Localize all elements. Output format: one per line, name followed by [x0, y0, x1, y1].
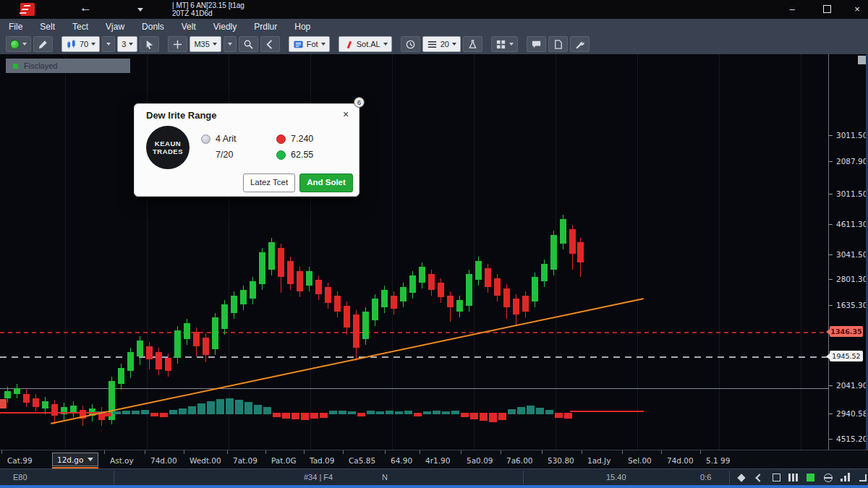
candle-body — [4, 391, 11, 398]
primary-button[interactable]: And Solet — [299, 174, 353, 192]
candle-body — [550, 235, 557, 270]
plus-icon — [172, 39, 183, 50]
close-button[interactable]: × — [846, 3, 868, 16]
candle-body — [287, 261, 294, 284]
zoom-combo-button[interactable]: 3 — [117, 36, 137, 52]
chevron-left-icon[interactable] — [754, 473, 764, 483]
price-tick — [829, 254, 833, 255]
chevron-down-icon — [106, 43, 111, 46]
wrench-icon — [574, 39, 585, 50]
time-label[interactable]: 7at.09 — [233, 456, 258, 465]
globe-icon[interactable] — [823, 473, 833, 483]
candle-body — [428, 274, 435, 290]
price-tick — [829, 135, 833, 136]
cursor-tool-button[interactable] — [140, 36, 159, 52]
timeframe-caret-button[interactable] — [224, 36, 237, 52]
candle-body — [344, 306, 350, 328]
chart-type-caret-button[interactable] — [102, 36, 115, 52]
time-label[interactable]: 74d.00 — [667, 456, 694, 465]
square-icon[interactable] — [771, 473, 781, 483]
time-label[interactable]: 5.1 99 — [706, 456, 730, 465]
time-label[interactable]: Wedt.00 — [190, 456, 221, 465]
time-label[interactable]: 74d.00 — [150, 456, 177, 465]
candle-body — [475, 261, 482, 280]
radio-button[interactable] — [201, 134, 210, 144]
price-tick-label: 4611.30 — [836, 220, 867, 228]
menu-item-file[interactable]: File — [0, 22, 31, 32]
time-label[interactable]: 530.80 — [548, 456, 574, 465]
menu-item-selt[interactable]: Selt — [31, 22, 64, 32]
menu-item-velt[interactable]: Velt — [173, 22, 205, 32]
list-icon — [293, 39, 304, 50]
news-tool-button[interactable] — [548, 36, 568, 52]
chevron-down-icon[interactable] — [137, 8, 143, 12]
timeframe-selected-label: 12d.go — [57, 455, 83, 464]
timeframe-selector[interactable]: 12d.go — [52, 453, 98, 466]
time-label[interactable]: Tad.09 — [310, 456, 334, 465]
chat-tool-button[interactable] — [527, 36, 546, 52]
chevron-down-icon — [321, 43, 326, 46]
magnifier-tool-button[interactable] — [239, 36, 258, 52]
price-tick-label: 1635.30 — [836, 301, 867, 309]
grid-icon — [495, 39, 506, 50]
time-label[interactable]: 1ad.Jy — [587, 456, 610, 465]
draw-combo-button[interactable]: Sot.AL — [339, 36, 392, 52]
lines-combo-button[interactable]: 20 — [422, 36, 461, 52]
corner-icon[interactable] — [858, 473, 868, 483]
time-label[interactable]: Cat.99 — [7, 456, 33, 465]
dialog-badge: 6 — [354, 97, 365, 108]
candle-body — [577, 242, 584, 262]
price-badge-red: 1346.35 — [830, 326, 863, 337]
macd-bar — [395, 411, 403, 414]
menu-item-vjaw[interactable]: Vjaw — [97, 22, 133, 32]
menu-item-donls[interactable]: Donls — [133, 22, 173, 32]
menu-item-hop[interactable]: Hop — [286, 22, 319, 32]
timeframe-combo-label: M35 — [194, 40, 209, 48]
chart-type-combo-button[interactable]: 70 — [61, 36, 100, 52]
time-label[interactable]: 7a6.00 — [506, 456, 533, 465]
time-tick — [501, 450, 501, 454]
macd-bar — [367, 411, 375, 414]
time-label[interactable]: Sel.00 — [628, 456, 652, 465]
dialog-close-icon[interactable]: × — [343, 108, 349, 120]
macd-bar — [357, 413, 365, 416]
time-label[interactable]: Pat.0G — [271, 456, 297, 465]
back-tool-button[interactable] — [260, 36, 280, 52]
menu-item-tect[interactable]: Tect — [64, 22, 97, 32]
chart-tab[interactable]: Fisclayed — [6, 59, 130, 73]
minimize-button[interactable]: – — [781, 3, 803, 16]
macd-bar — [414, 413, 422, 416]
time-label[interactable]: 64.90 — [391, 456, 412, 465]
maximize-button[interactable] — [816, 3, 838, 16]
layout-combo-button[interactable] — [491, 36, 518, 52]
columns-icon[interactable] — [788, 473, 799, 483]
time-label[interactable]: Ca5.85 — [349, 456, 375, 465]
timeframe-combo-button[interactable]: M35 — [190, 36, 221, 52]
green-square-icon[interactable] — [806, 473, 816, 483]
status-bar: E80 #34 | F4 N 15.40 0:6 — [0, 468, 868, 486]
menu-item-prdlur[interactable]: Prdlur — [245, 22, 286, 32]
time-label[interactable]: 5a0.09 — [467, 456, 493, 465]
secondary-button[interactable]: Latez Tcet — [243, 174, 295, 192]
clock-tool-button[interactable] — [401, 36, 420, 52]
time-tick — [461, 450, 461, 454]
candle-body — [174, 330, 181, 358]
signal-icon[interactable] — [841, 473, 851, 483]
window-title: | MT] 6 AN[23.15 [t1ag20TZ 41D6d — [172, 1, 244, 17]
template-combo-button[interactable]: Fot — [289, 36, 330, 52]
chart-canvas[interactable]: Fisclayed 3011.502087.903011.504611.3030… — [0, 54, 868, 450]
menu-item-viedly[interactable]: Viedly — [205, 22, 245, 32]
macd-bar — [169, 410, 177, 414]
edit-tool-button[interactable] — [33, 36, 53, 52]
gridline — [65, 54, 66, 450]
price-tick-label: 3011.50 — [836, 189, 867, 198]
back-arrow-icon[interactable]: ← — [80, 1, 92, 15]
settings-tool-button[interactable] — [570, 36, 590, 52]
new-order-button[interactable] — [6, 36, 31, 52]
time-label[interactable]: Ast.oy — [110, 456, 134, 465]
indicator-tool-button[interactable] — [463, 36, 482, 52]
time-label[interactable]: 4r1.90 — [425, 456, 450, 465]
crosshair-tool-button[interactable] — [168, 36, 187, 52]
macd-bar — [386, 411, 393, 414]
diamond-icon[interactable] — [736, 473, 746, 483]
